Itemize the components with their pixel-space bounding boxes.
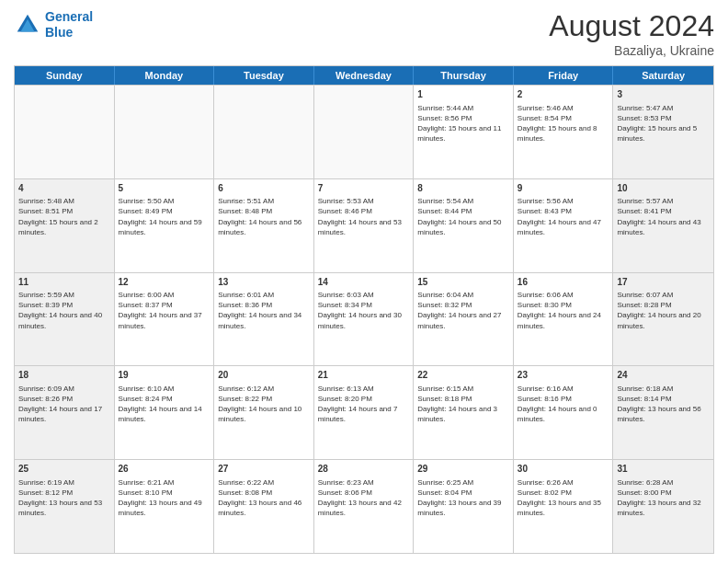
day-info-9: Sunrise: 5:56 AMSunset: 8:43 PMDaylight:… xyxy=(518,196,609,237)
empty-cell-0-0 xyxy=(15,86,115,178)
month-title: August 2024 xyxy=(549,9,714,43)
day-number-15: 15 xyxy=(417,276,509,289)
day-info-8: Sunrise: 5:54 AMSunset: 8:44 PMDaylight:… xyxy=(417,196,509,237)
day-21: 21Sunrise: 6:13 AMSunset: 8:20 PMDayligh… xyxy=(314,366,415,459)
day-number-10: 10 xyxy=(617,182,710,195)
day-3: 3Sunrise: 5:47 AMSunset: 8:53 PMDaylight… xyxy=(613,86,713,178)
day-number-2: 2 xyxy=(518,88,609,101)
day-number-29: 29 xyxy=(417,463,509,476)
day-28: 28Sunrise: 6:23 AMSunset: 8:06 PMDayligh… xyxy=(314,460,415,553)
day-12: 12Sunrise: 6:00 AMSunset: 8:37 PMDayligh… xyxy=(115,273,215,366)
day-10: 10Sunrise: 5:57 AMSunset: 8:41 PMDayligh… xyxy=(613,179,713,272)
week-row-4: 18Sunrise: 6:09 AMSunset: 8:26 PMDayligh… xyxy=(15,365,713,459)
page: General Blue August 2024 Bazaliya, Ukrai… xyxy=(0,0,728,563)
day-info-5: Sunrise: 5:50 AMSunset: 8:49 PMDaylight:… xyxy=(119,196,210,237)
day-number-6: 6 xyxy=(218,182,310,195)
day-info-21: Sunrise: 6:13 AMSunset: 8:20 PMDaylight:… xyxy=(318,384,410,425)
day-info-31: Sunrise: 6:28 AMSunset: 8:00 PMDaylight:… xyxy=(617,477,710,519)
empty-cell-0-1 xyxy=(115,86,215,178)
day-info-13: Sunrise: 6:01 AMSunset: 8:36 PMDaylight:… xyxy=(218,290,310,331)
day-29: 29Sunrise: 6:25 AMSunset: 8:04 PMDayligh… xyxy=(414,460,514,553)
day-number-30: 30 xyxy=(518,463,609,476)
day-number-4: 4 xyxy=(18,182,110,195)
day-5: 5Sunrise: 5:50 AMSunset: 8:49 PMDaylight… xyxy=(115,179,215,272)
day-info-16: Sunrise: 6:06 AMSunset: 8:30 PMDaylight:… xyxy=(518,290,609,331)
day-info-2: Sunrise: 5:46 AMSunset: 8:54 PMDaylight:… xyxy=(518,103,609,144)
day-15: 15Sunrise: 6:04 AMSunset: 8:32 PMDayligh… xyxy=(414,273,514,366)
day-number-12: 12 xyxy=(119,276,210,289)
day-info-11: Sunrise: 5:59 AMSunset: 8:39 PMDaylight:… xyxy=(18,290,110,331)
calendar-header: Sunday Monday Tuesday Wednesday Thursday… xyxy=(15,66,713,85)
day-number-26: 26 xyxy=(119,463,210,476)
day-info-30: Sunrise: 6:26 AMSunset: 8:02 PMDaylight:… xyxy=(518,477,609,519)
day-26: 26Sunrise: 6:21 AMSunset: 8:10 PMDayligh… xyxy=(115,460,215,553)
day-14: 14Sunrise: 6:03 AMSunset: 8:34 PMDayligh… xyxy=(314,273,415,366)
day-info-14: Sunrise: 6:03 AMSunset: 8:34 PMDaylight:… xyxy=(318,290,410,331)
day-6: 6Sunrise: 5:51 AMSunset: 8:48 PMDaylight… xyxy=(214,179,314,272)
day-number-16: 16 xyxy=(518,276,609,289)
day-number-20: 20 xyxy=(218,369,310,382)
day-17: 17Sunrise: 6:07 AMSunset: 8:28 PMDayligh… xyxy=(613,273,713,366)
day-number-28: 28 xyxy=(318,463,410,476)
day-number-21: 21 xyxy=(318,369,410,382)
day-info-18: Sunrise: 6:09 AMSunset: 8:26 PMDaylight:… xyxy=(18,384,110,425)
header-wednesday: Wednesday xyxy=(314,66,415,85)
day-7: 7Sunrise: 5:53 AMSunset: 8:46 PMDaylight… xyxy=(314,179,415,272)
day-number-11: 11 xyxy=(18,276,110,289)
day-info-6: Sunrise: 5:51 AMSunset: 8:48 PMDaylight:… xyxy=(218,196,310,237)
day-number-19: 19 xyxy=(119,369,210,382)
day-30: 30Sunrise: 6:26 AMSunset: 8:02 PMDayligh… xyxy=(514,460,614,553)
logo-blue: Blue xyxy=(45,25,73,40)
day-info-19: Sunrise: 6:10 AMSunset: 8:24 PMDaylight:… xyxy=(119,384,210,425)
day-19: 19Sunrise: 6:10 AMSunset: 8:24 PMDayligh… xyxy=(115,366,215,459)
calendar-body: 1Sunrise: 5:44 AMSunset: 8:56 PMDaylight… xyxy=(15,85,713,553)
day-number-24: 24 xyxy=(617,369,710,382)
day-number-3: 3 xyxy=(617,88,710,101)
day-27: 27Sunrise: 6:22 AMSunset: 8:08 PMDayligh… xyxy=(214,460,314,553)
header-thursday: Thursday xyxy=(414,66,514,85)
day-13: 13Sunrise: 6:01 AMSunset: 8:36 PMDayligh… xyxy=(214,273,314,366)
day-info-22: Sunrise: 6:15 AMSunset: 8:18 PMDaylight:… xyxy=(417,384,509,425)
day-11: 11Sunrise: 5:59 AMSunset: 8:39 PMDayligh… xyxy=(15,273,115,366)
title-block: August 2024 Bazaliya, Ukraine xyxy=(549,9,714,58)
logo: General Blue xyxy=(14,9,93,40)
day-9: 9Sunrise: 5:56 AMSunset: 8:43 PMDaylight… xyxy=(514,179,614,272)
day-2: 2Sunrise: 5:46 AMSunset: 8:54 PMDaylight… xyxy=(514,86,614,178)
logo-icon xyxy=(14,11,41,39)
day-number-5: 5 xyxy=(119,182,210,195)
day-info-17: Sunrise: 6:07 AMSunset: 8:28 PMDaylight:… xyxy=(617,290,710,331)
day-info-12: Sunrise: 6:00 AMSunset: 8:37 PMDaylight:… xyxy=(119,290,210,331)
week-row-1: 1Sunrise: 5:44 AMSunset: 8:56 PMDaylight… xyxy=(15,85,713,178)
calendar: Sunday Monday Tuesday Wednesday Thursday… xyxy=(14,65,714,554)
day-info-29: Sunrise: 6:25 AMSunset: 8:04 PMDaylight:… xyxy=(417,477,509,519)
day-info-4: Sunrise: 5:48 AMSunset: 8:51 PMDaylight:… xyxy=(18,196,110,237)
week-row-2: 4Sunrise: 5:48 AMSunset: 8:51 PMDaylight… xyxy=(15,178,713,272)
day-number-22: 22 xyxy=(417,369,509,382)
day-number-25: 25 xyxy=(18,463,110,476)
day-info-7: Sunrise: 5:53 AMSunset: 8:46 PMDaylight:… xyxy=(318,196,410,237)
day-22: 22Sunrise: 6:15 AMSunset: 8:18 PMDayligh… xyxy=(414,366,514,459)
day-info-1: Sunrise: 5:44 AMSunset: 8:56 PMDaylight:… xyxy=(417,103,509,144)
logo-text: General Blue xyxy=(45,9,93,40)
day-23: 23Sunrise: 6:16 AMSunset: 8:16 PMDayligh… xyxy=(514,366,614,459)
header-tuesday: Tuesday xyxy=(214,66,314,85)
day-4: 4Sunrise: 5:48 AMSunset: 8:51 PMDaylight… xyxy=(15,179,115,272)
empty-cell-0-2 xyxy=(214,86,314,178)
day-info-23: Sunrise: 6:16 AMSunset: 8:16 PMDaylight:… xyxy=(518,384,609,425)
day-number-23: 23 xyxy=(518,369,609,382)
location-subtitle: Bazaliya, Ukraine xyxy=(549,43,714,58)
day-info-10: Sunrise: 5:57 AMSunset: 8:41 PMDaylight:… xyxy=(617,196,710,237)
day-info-24: Sunrise: 6:18 AMSunset: 8:14 PMDaylight:… xyxy=(617,384,710,425)
day-info-27: Sunrise: 6:22 AMSunset: 8:08 PMDaylight:… xyxy=(218,477,310,519)
day-8: 8Sunrise: 5:54 AMSunset: 8:44 PMDaylight… xyxy=(414,179,514,272)
day-24: 24Sunrise: 6:18 AMSunset: 8:14 PMDayligh… xyxy=(613,366,713,459)
day-info-25: Sunrise: 6:19 AMSunset: 8:12 PMDaylight:… xyxy=(18,477,110,519)
week-row-5: 25Sunrise: 6:19 AMSunset: 8:12 PMDayligh… xyxy=(15,459,713,553)
week-row-3: 11Sunrise: 5:59 AMSunset: 8:39 PMDayligh… xyxy=(15,272,713,366)
day-18: 18Sunrise: 6:09 AMSunset: 8:26 PMDayligh… xyxy=(15,366,115,459)
header-monday: Monday xyxy=(115,66,215,85)
day-31: 31Sunrise: 6:28 AMSunset: 8:00 PMDayligh… xyxy=(613,460,713,553)
day-number-27: 27 xyxy=(218,463,310,476)
header-friday: Friday xyxy=(514,66,614,85)
day-number-8: 8 xyxy=(417,182,509,195)
